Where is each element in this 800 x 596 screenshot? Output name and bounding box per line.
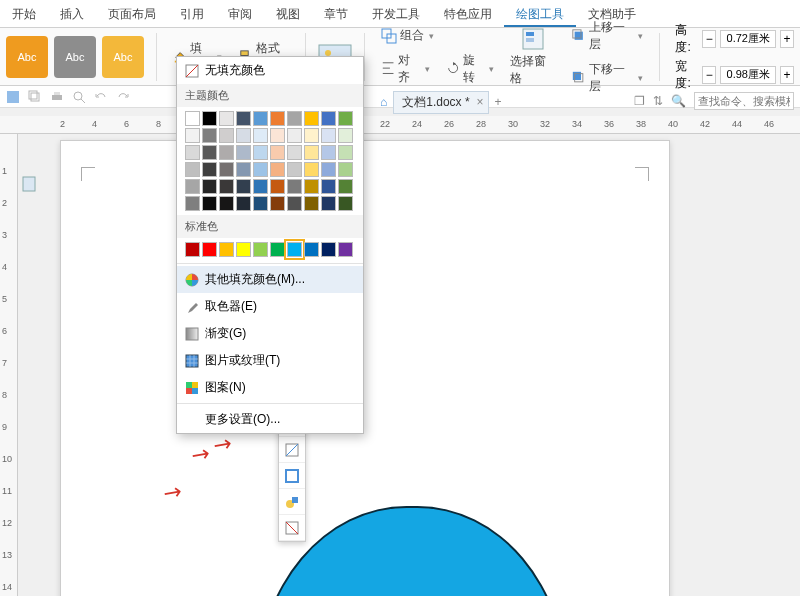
color-swatch[interactable] (338, 242, 353, 257)
color-swatch[interactable] (185, 145, 200, 160)
color-swatch[interactable] (253, 145, 268, 160)
color-swatch[interactable] (321, 162, 336, 177)
redo-icon[interactable] (116, 90, 130, 104)
color-swatch[interactable] (219, 128, 234, 143)
color-swatch[interactable] (202, 162, 217, 177)
color-swatch[interactable] (304, 162, 319, 177)
more-settings-item[interactable]: 更多设置(O)... (177, 406, 363, 433)
selection-pane-button[interactable]: 选择窗格 (506, 24, 559, 90)
horizontal-ruler[interactable]: 2468101214161820222426283032343638404244… (0, 116, 800, 134)
color-swatch[interactable] (219, 179, 234, 194)
save-icon[interactable] (6, 90, 20, 104)
color-swatch[interactable] (270, 179, 285, 194)
print-icon[interactable] (50, 90, 64, 104)
color-swatch[interactable] (338, 196, 353, 211)
tab-insert[interactable]: 插入 (48, 0, 96, 27)
tab-review[interactable]: 审阅 (216, 0, 264, 27)
color-swatch[interactable] (270, 111, 285, 126)
color-swatch[interactable] (304, 145, 319, 160)
color-swatch[interactable] (321, 179, 336, 194)
width-input[interactable] (720, 66, 776, 84)
gradient-item[interactable]: 渐变(G) (177, 320, 363, 347)
style-preset-1[interactable]: Abc (6, 36, 48, 78)
width-plus[interactable]: + (780, 66, 794, 84)
color-swatch[interactable] (253, 111, 268, 126)
color-swatch[interactable] (219, 162, 234, 177)
color-swatch[interactable] (270, 196, 285, 211)
color-swatch[interactable] (202, 111, 217, 126)
color-swatch[interactable] (338, 162, 353, 177)
tab-chapter[interactable]: 章节 (312, 0, 360, 27)
color-swatch[interactable] (202, 128, 217, 143)
color-swatch[interactable] (270, 145, 285, 160)
color-swatch[interactable] (253, 162, 268, 177)
color-swatch[interactable] (202, 196, 217, 211)
color-swatch[interactable] (338, 145, 353, 160)
width-minus[interactable]: − (702, 66, 716, 84)
color-swatch[interactable] (236, 111, 251, 126)
color-swatch[interactable] (236, 145, 251, 160)
color-swatch[interactable] (202, 242, 217, 257)
color-swatch[interactable] (219, 111, 234, 126)
tool-icon-2[interactable]: ⇅ (653, 94, 663, 108)
color-swatch[interactable] (253, 128, 268, 143)
mini-outline-icon[interactable] (279, 463, 305, 489)
tab-layout[interactable]: 页面布局 (96, 0, 168, 27)
search-input[interactable] (694, 92, 794, 110)
mini-effects-icon[interactable] (279, 515, 305, 541)
combine-button[interactable]: 组合 (377, 24, 498, 47)
color-swatch[interactable] (219, 196, 234, 211)
vertical-ruler[interactable]: 1234567891011121314 (0, 134, 18, 596)
height-minus[interactable]: − (702, 30, 716, 48)
height-plus[interactable]: + (780, 30, 794, 48)
color-swatch[interactable] (338, 111, 353, 126)
pattern-item[interactable]: 图案(N) (177, 374, 363, 401)
shape-style-gallery[interactable]: Abc Abc Abc (6, 36, 144, 78)
align-button[interactable]: 对齐 (377, 49, 434, 89)
color-swatch[interactable] (270, 128, 285, 143)
tool-icon-1[interactable]: ❐ (634, 94, 645, 108)
color-swatch[interactable] (219, 242, 234, 257)
color-swatch[interactable] (338, 179, 353, 194)
color-swatch[interactable] (321, 242, 336, 257)
color-swatch[interactable] (185, 179, 200, 194)
tab-start[interactable]: 开始 (0, 0, 48, 27)
color-swatch[interactable] (321, 111, 336, 126)
color-swatch[interactable] (304, 128, 319, 143)
style-preset-3[interactable]: Abc (102, 36, 144, 78)
tab-developer[interactable]: 开发工具 (360, 0, 432, 27)
color-swatch[interactable] (185, 242, 200, 257)
color-swatch[interactable] (253, 179, 268, 194)
color-swatch[interactable] (270, 162, 285, 177)
color-swatch[interactable] (287, 162, 302, 177)
color-swatch[interactable] (287, 196, 302, 211)
color-swatch[interactable] (185, 162, 200, 177)
home-icon[interactable]: ⌂ (380, 95, 387, 109)
mini-shape-icon[interactable] (279, 489, 305, 515)
navigation-pane-icon[interactable] (22, 176, 36, 195)
rotate-button[interactable]: 旋转 (442, 49, 499, 89)
color-swatch[interactable] (185, 196, 200, 211)
color-swatch[interactable] (236, 179, 251, 194)
color-swatch[interactable] (287, 145, 302, 160)
search-icon[interactable]: 🔍 (671, 94, 686, 108)
color-swatch[interactable] (287, 111, 302, 126)
style-preset-2[interactable]: Abc (54, 36, 96, 78)
color-swatch[interactable] (287, 242, 302, 257)
color-swatch[interactable] (270, 242, 285, 257)
color-swatch[interactable] (202, 179, 217, 194)
color-swatch[interactable] (287, 128, 302, 143)
color-swatch[interactable] (253, 242, 268, 257)
document-tab[interactable]: 文档1.docx * × (393, 91, 488, 114)
color-swatch[interactable] (321, 145, 336, 160)
color-swatch[interactable] (304, 196, 319, 211)
color-swatch[interactable] (236, 196, 251, 211)
picture-texture-item[interactable]: 图片或纹理(T) (177, 347, 363, 374)
color-swatch[interactable] (253, 196, 268, 211)
tab-view[interactable]: 视图 (264, 0, 312, 27)
eyedropper-item[interactable]: 取色器(E) (177, 293, 363, 320)
color-swatch[interactable] (287, 179, 302, 194)
mini-fill-icon[interactable] (279, 437, 305, 463)
undo-icon[interactable] (94, 90, 108, 104)
color-swatch[interactable] (338, 128, 353, 143)
